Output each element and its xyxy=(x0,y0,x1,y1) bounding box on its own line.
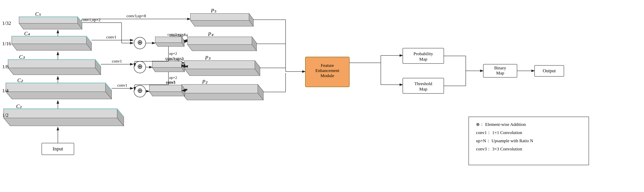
binary-map-label1: Binary xyxy=(494,65,506,70)
svg-marker-41 xyxy=(190,20,254,26)
O4-output-block xyxy=(155,37,184,46)
O2-plus: ⊕ xyxy=(137,87,143,94)
O4-plus: ⊕ xyxy=(137,39,143,46)
svg-marker-18 xyxy=(8,60,95,68)
conv3up4-lbl: conv3,up×4 xyxy=(170,33,188,37)
conv1up2-label: conv1,up×2 xyxy=(81,17,100,22)
svg-marker-6 xyxy=(19,23,82,29)
conv3up2-lbl: conv3,up×2 xyxy=(166,57,184,62)
legend-line4: conv3： 3×3 Convolution xyxy=(476,146,522,151)
svg-marker-69 xyxy=(150,85,182,92)
svg-marker-66 xyxy=(152,68,184,72)
fem-label-line2: Enhancement xyxy=(315,68,339,73)
svg-marker-4 xyxy=(19,17,78,23)
up2-o4-label: up×2 xyxy=(169,51,177,56)
C1-block xyxy=(4,109,124,126)
input-label: Input xyxy=(52,146,63,151)
O3-plus: ⊕ xyxy=(137,63,143,70)
thresh-map-label1: Threshold xyxy=(414,81,432,86)
scale-1-2: 1/2 xyxy=(2,112,8,118)
scale-1-32: 1/32 xyxy=(2,20,11,26)
output-label: Output xyxy=(543,68,556,73)
up2-o3-label: up×2 xyxy=(169,76,177,80)
conv1-c4-label: conv1 xyxy=(106,35,116,39)
fem-label-line3: Module xyxy=(320,73,334,78)
C2-block xyxy=(6,83,112,99)
C4-block xyxy=(12,36,92,50)
diagram-container: C₅ C₄ C₃ C₂ xyxy=(0,0,644,192)
legend-line1: ⊕： Element-wise Addition xyxy=(476,122,526,127)
scale-1-8: 1/8 xyxy=(2,64,8,69)
binary-map-label2: Map xyxy=(496,71,504,75)
P5-label: P₅ xyxy=(211,8,216,13)
P5-block xyxy=(190,13,254,26)
svg-marker-32 xyxy=(4,109,117,118)
svg-marker-46 xyxy=(188,45,256,51)
C5-label: C₅ xyxy=(35,11,41,17)
svg-marker-56 xyxy=(182,93,263,100)
svg-marker-34 xyxy=(4,118,124,126)
prob-map-label2: Map xyxy=(419,57,428,62)
conv1-c2-label: conv1 xyxy=(117,83,127,88)
scale-1-16: 1/16 xyxy=(2,41,11,46)
conv3up8-label: conv3,up×8 xyxy=(126,13,146,18)
svg-marker-61 xyxy=(155,43,184,46)
svg-marker-39 xyxy=(190,13,249,20)
svg-marker-44 xyxy=(188,37,252,45)
C2-label: C₂ xyxy=(17,77,23,83)
svg-marker-64 xyxy=(152,61,182,68)
C4-label: C₄ xyxy=(24,31,30,36)
O2-output-block xyxy=(150,85,185,96)
svg-marker-49 xyxy=(184,61,255,69)
svg-marker-59 xyxy=(155,37,182,43)
svg-marker-13 xyxy=(12,44,92,50)
P2-block xyxy=(182,84,263,100)
P4-label: P₄ xyxy=(208,31,214,37)
fem-label-line1: Feature xyxy=(321,63,334,68)
conv1-c3-label: conv1 xyxy=(112,59,122,63)
legend-line3: up×N： Upsample with Ratio N xyxy=(476,138,533,143)
thresh-map-label2: Map xyxy=(419,87,428,92)
C3-block xyxy=(8,60,101,75)
P2-label: P₂ xyxy=(202,79,208,85)
C1-label: C₁ xyxy=(16,103,22,109)
C3-label: C₃ xyxy=(19,54,25,60)
svg-marker-51 xyxy=(184,69,260,76)
scale-1-4: 1/4 xyxy=(2,88,8,93)
svg-marker-71 xyxy=(150,92,185,96)
C5-block xyxy=(19,17,82,29)
O3-output-block xyxy=(152,61,184,72)
conv3-lbl: conv3 xyxy=(166,81,175,85)
prob-map-label1: Probability xyxy=(414,51,433,56)
P3-label: P₃ xyxy=(205,55,210,61)
P4-block xyxy=(188,37,256,51)
svg-marker-27 xyxy=(6,92,112,99)
svg-marker-20 xyxy=(8,68,101,75)
P3-block xyxy=(184,61,260,76)
svg-marker-25 xyxy=(6,83,106,92)
svg-marker-54 xyxy=(182,84,258,93)
architecture-diagram: C₅ C₄ C₃ C₂ xyxy=(0,0,644,192)
svg-marker-11 xyxy=(12,36,86,44)
legend-line2: conv1： 1×1 Convolution xyxy=(476,130,522,135)
